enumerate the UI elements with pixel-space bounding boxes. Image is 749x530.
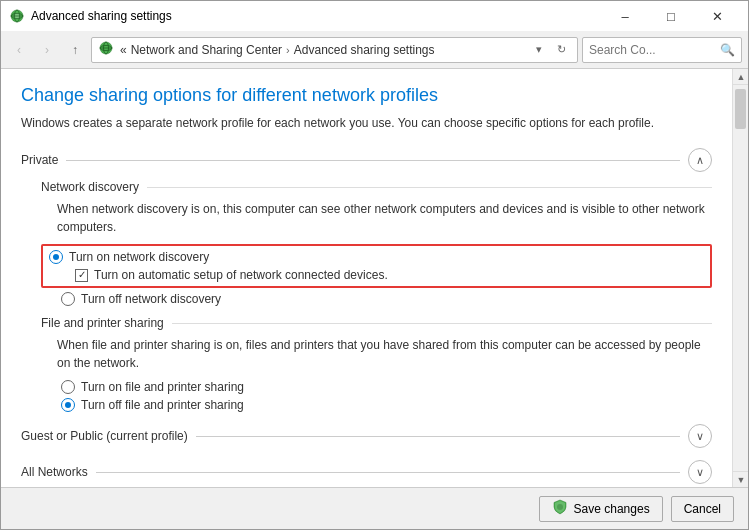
section-all-networks-header: All Networks ∨ (21, 460, 712, 484)
radio-turn-on-file-printer[interactable]: Turn on file and printer sharing (61, 380, 712, 394)
checkbox-auto-setup[interactable]: Turn on automatic setup of network conne… (75, 268, 704, 282)
save-button[interactable]: Save changes (539, 496, 663, 522)
cancel-button[interactable]: Cancel (671, 496, 734, 522)
breadcrumb-current[interactable]: Advanced sharing settings (294, 43, 435, 57)
network-discovery-description: When network discovery is on, this compu… (57, 200, 712, 236)
network-discovery-highlight-box: Turn on network discovery Turn on automa… (41, 244, 712, 288)
back-button[interactable]: ‹ (7, 38, 31, 62)
section-private-header: Private ∧ (21, 148, 712, 172)
checkbox-auto-setup-label: Turn on automatic setup of network conne… (94, 268, 388, 282)
dropdown-button[interactable]: ▾ (529, 40, 549, 60)
breadcrumb-separator: « (120, 43, 127, 57)
section-guest-public-title: Guest or Public (current profile) (21, 429, 188, 443)
section-guest-public-header: Guest or Public (current profile) ∨ (21, 424, 712, 448)
content-wrapper: Change sharing options for different net… (1, 69, 748, 487)
section-all-networks-chevron[interactable]: ∨ (688, 460, 712, 484)
radio-turn-on-discovery-input[interactable] (49, 250, 63, 264)
save-button-label: Save changes (574, 502, 650, 516)
radio-turn-on-discovery-label: Turn on network discovery (69, 250, 209, 264)
maximize-button[interactable]: □ (648, 1, 694, 31)
radio-turn-on-file-printer-input[interactable] (61, 380, 75, 394)
search-box[interactable]: 🔍 (582, 37, 742, 63)
radio-turn-off-discovery-input[interactable] (61, 292, 75, 306)
close-button[interactable]: ✕ (694, 1, 740, 31)
address-bar: ‹ › ↑ « Network and Sharing Center › Adv… (1, 31, 748, 69)
shield-icon (552, 499, 568, 518)
address-actions: ▾ ↻ (529, 40, 571, 60)
section-guest-public-chevron[interactable]: ∨ (688, 424, 712, 448)
forward-button[interactable]: › (35, 38, 59, 62)
address-field[interactable]: « Network and Sharing Center › Advanced … (91, 37, 578, 63)
scrollbar-thumb[interactable] (735, 89, 746, 129)
radio-group-file-printer: Turn on file and printer sharing Turn of… (61, 380, 712, 412)
up-button[interactable]: ↑ (63, 38, 87, 62)
section-private-chevron[interactable]: ∧ (688, 148, 712, 172)
breadcrumb: « Network and Sharing Center › Advanced … (120, 43, 435, 57)
subsection-file-printer-title: File and printer sharing (41, 316, 712, 330)
subsection-network-discovery-title: Network discovery (41, 180, 712, 194)
window: Advanced sharing settings – □ ✕ ‹ › ↑ « … (0, 0, 749, 530)
window-title: Advanced sharing settings (31, 9, 602, 23)
radio-turn-on-file-printer-label: Turn on file and printer sharing (81, 380, 244, 394)
page-title: Change sharing options for different net… (21, 85, 712, 106)
section-all-networks: All Networks ∨ (21, 460, 712, 484)
section-private-title: Private (21, 153, 58, 167)
subsection-network-discovery: Network discovery When network discovery… (41, 180, 712, 306)
checkbox-auto-setup-input[interactable] (75, 269, 88, 282)
breadcrumb-network-center[interactable]: Network and Sharing Center (131, 43, 282, 57)
section-guest-public-line (196, 436, 680, 437)
content-area: Change sharing options for different net… (1, 69, 732, 487)
radio-group-discovery: Turn off network discovery (61, 292, 712, 306)
bottom-bar: Save changes Cancel (1, 487, 748, 529)
subsection-file-printer-line (172, 323, 712, 324)
section-all-networks-line (96, 472, 680, 473)
search-input[interactable] (589, 43, 716, 57)
radio-turn-off-file-printer-input[interactable] (61, 398, 75, 412)
breadcrumb-arrow: › (286, 44, 290, 56)
section-all-networks-title: All Networks (21, 465, 88, 479)
window-icon (9, 8, 25, 24)
file-printer-description: When file and printer sharing is on, fil… (57, 336, 712, 372)
scrollbar-down[interactable]: ▼ (733, 471, 748, 487)
page-description: Windows creates a separate network profi… (21, 114, 712, 132)
section-private: Private ∧ Network discovery When network… (21, 148, 712, 412)
scrollbar-up[interactable]: ▲ (733, 69, 748, 85)
title-bar: Advanced sharing settings – □ ✕ (1, 1, 748, 31)
radio-turn-off-discovery[interactable]: Turn off network discovery (61, 292, 712, 306)
radio-turn-off-file-printer-label: Turn off file and printer sharing (81, 398, 244, 412)
search-icon: 🔍 (720, 43, 735, 57)
scrollbar[interactable]: ▲ ▼ (732, 69, 748, 487)
svg-point-9 (557, 504, 563, 510)
window-controls: – □ ✕ (602, 1, 740, 31)
address-icon (98, 40, 114, 59)
radio-turn-off-file-printer[interactable]: Turn off file and printer sharing (61, 398, 712, 412)
section-guest-public: Guest or Public (current profile) ∨ (21, 424, 712, 448)
radio-turn-off-discovery-label: Turn off network discovery (81, 292, 221, 306)
minimize-button[interactable]: – (602, 1, 648, 31)
subsection-file-printer: File and printer sharing When file and p… (41, 316, 712, 412)
section-private-line (66, 160, 680, 161)
refresh-button[interactable]: ↻ (551, 40, 571, 60)
subsection-line (147, 187, 712, 188)
radio-turn-on-discovery[interactable]: Turn on network discovery (49, 250, 704, 264)
